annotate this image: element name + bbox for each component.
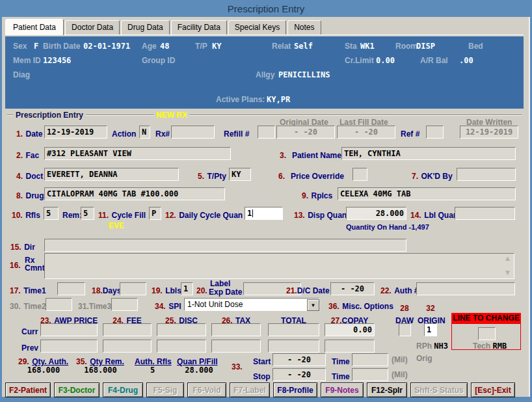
- refills-field[interactable]: 5: [44, 207, 59, 220]
- start-date-field[interactable]: - -20: [273, 353, 326, 366]
- label-exp-date-line2: Exp Date: [209, 286, 242, 297]
- daw-field[interactable]: [399, 323, 411, 336]
- lbl-quan-label: 14. Lbl Quan: [410, 209, 458, 221]
- text-cursor: [252, 209, 253, 217]
- auth-number-field[interactable]: [416, 282, 515, 295]
- scroll-up-icon[interactable]: ▲: [505, 255, 510, 261]
- dc-date-field[interactable]: - -20: [330, 282, 375, 295]
- start-time-field[interactable]: [352, 353, 388, 366]
- curr-fee-field[interactable]: [103, 323, 152, 336]
- action-label: Action: [112, 127, 136, 139]
- okd-by-label: 7. OK'D By: [412, 170, 453, 181]
- patient-name-field[interactable]: TEH, CYNTHIA: [341, 147, 516, 160]
- f8-profile-button[interactable]: F8-Profile: [273, 382, 317, 397]
- labels-count-field[interactable]: 1: [181, 282, 193, 295]
- ref-number-field[interactable]: [426, 126, 444, 139]
- label-exp-date-number: 20.: [196, 284, 207, 296]
- age-value: 48: [160, 42, 169, 51]
- rx-number-field[interactable]: [171, 126, 215, 139]
- time3-field: [111, 298, 138, 311]
- rx-comments-textarea[interactable]: [44, 253, 514, 279]
- date-field[interactable]: 12-19-2019: [44, 126, 107, 139]
- lbl-quan-field[interactable]: [455, 207, 515, 220]
- line-to-change-field[interactable]: [478, 327, 496, 340]
- prev-total-field: [268, 340, 319, 353]
- action-field[interactable]: N: [139, 126, 150, 139]
- birth-date-value: 02-01-1971: [83, 42, 130, 51]
- okd-by-field[interactable]: [457, 168, 516, 181]
- shft-s-status-button: Shft-S Status: [410, 382, 468, 397]
- prev-copay-field: [325, 340, 375, 353]
- curr-copay-field[interactable]: 0.00: [325, 323, 375, 336]
- qty-auth-value: 168.000: [18, 366, 69, 375]
- ref-number-label: Ref #: [401, 127, 419, 139]
- dropdown-arrow-icon[interactable]: ▼: [307, 299, 319, 311]
- group-id-label: Group ID: [142, 56, 175, 65]
- birth-date-label: Birth Date: [43, 42, 80, 51]
- spi-label: 34. SPI: [155, 300, 181, 312]
- f5-sig-button: F5-Sig: [146, 382, 184, 397]
- stop-label: Stop: [253, 370, 271, 382]
- tab-special-keys[interactable]: Special Keys: [228, 20, 286, 34]
- tab-patient-data[interactable]: Patient Data: [5, 19, 64, 35]
- patient-name-label: 3. Patient Name: [280, 149, 341, 161]
- scroll-down-icon[interactable]: ▼: [505, 269, 510, 276]
- directions-field[interactable]: [44, 239, 406, 252]
- tpty-field[interactable]: KY: [229, 168, 251, 181]
- labels-count-label: 19. Lbls: [152, 284, 181, 296]
- curr-total-field[interactable]: [268, 323, 319, 336]
- f9-notes-button[interactable]: F9-Notes: [321, 382, 364, 397]
- active-plans-label: Active Plans:: [216, 95, 265, 104]
- origin-field[interactable]: 1: [424, 323, 437, 336]
- mem-id-value: 123456: [43, 56, 71, 65]
- curr-tax-field[interactable]: [211, 323, 261, 336]
- tab-facility-data[interactable]: Facility Data: [171, 20, 227, 34]
- cycle-fill-field[interactable]: P: [149, 207, 161, 220]
- bed-label: Bed: [468, 42, 483, 51]
- curr-disc-field[interactable]: [157, 323, 206, 336]
- tp-label: T/P: [195, 42, 207, 51]
- sta-value: WK1: [360, 42, 375, 51]
- stop-mil-label: (Mil): [392, 370, 408, 379]
- f12-splr-button[interactable]: F12-Splr: [367, 382, 407, 397]
- tab-bar: Patient Data Doctor Data Drug Data Facil…: [5, 19, 323, 34]
- diag-label: Diag: [13, 70, 30, 79]
- days-field[interactable]: [120, 282, 146, 295]
- tab-notes[interactable]: Notes: [287, 20, 321, 34]
- stop-time-field[interactable]: [352, 368, 388, 381]
- price-override-field[interactable]: [352, 168, 367, 181]
- spi-select[interactable]: 1-Not Unit Dose: [184, 298, 319, 311]
- facility-field[interactable]: #312 PLEASANT VIEW: [44, 147, 231, 160]
- tab-doctor-data[interactable]: Doctor Data: [65, 20, 120, 34]
- remaining-field[interactable]: 5: [81, 207, 94, 220]
- f4-drug-button[interactable]: F4-Drug: [103, 382, 143, 397]
- cr-limit-value: 0.00: [376, 56, 395, 65]
- rx-number-label: Rx#: [155, 127, 170, 139]
- esc-exit-button[interactable]: [Esc]-Exit: [471, 382, 515, 397]
- refill-label: Refill #: [224, 127, 249, 139]
- origin-number: 32: [418, 304, 444, 313]
- refill-field[interactable]: [258, 126, 275, 139]
- tab-drug-data[interactable]: Drug Data: [121, 20, 170, 34]
- daily-cycle-quan-field[interactable]: 1: [245, 207, 283, 220]
- sex-label: Sex: [13, 42, 27, 51]
- time1-label: 17. Time1: [10, 284, 46, 296]
- curr-awp-field[interactable]: [40, 323, 98, 336]
- tab-separator: [5, 34, 524, 35]
- sta-label: Sta: [345, 42, 357, 51]
- curr-label: Curr: [21, 325, 38, 337]
- rph-signature: RPh NH3: [416, 342, 448, 351]
- replaces-field[interactable]: CELEXA 40MG TAB: [338, 187, 516, 200]
- doctor-field[interactable]: EVERETT, DEANNA: [44, 168, 179, 181]
- room-value: DISP: [416, 42, 435, 51]
- time1-field[interactable]: [57, 282, 85, 295]
- range-number: 33.: [232, 360, 243, 372]
- start-mil-label: (Mil): [392, 355, 408, 364]
- f3-doctor-button[interactable]: F3-Doctor: [54, 382, 100, 397]
- disp-quan-field[interactable]: 28.000: [346, 207, 406, 220]
- stop-date-field[interactable]: - -20: [273, 368, 326, 381]
- f2-patient-button[interactable]: F2-Patient: [5, 382, 51, 397]
- drug-field[interactable]: CITALOPRAM 40MG TAB #100.000: [44, 187, 225, 200]
- cycle-fill-label: 11. Cycle Fill: [98, 209, 146, 221]
- relat-label: Relat: [272, 42, 291, 51]
